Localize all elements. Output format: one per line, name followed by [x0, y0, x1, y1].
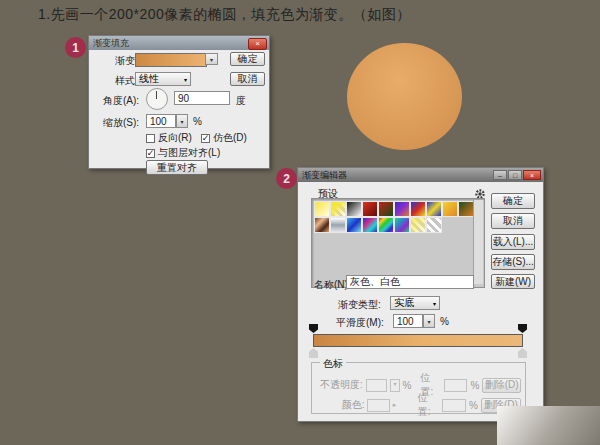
gear-icon[interactable]	[474, 186, 486, 198]
close-icon[interactable]: ×	[523, 170, 541, 180]
gradient-preset-transparent-checker[interactable]	[426, 217, 442, 233]
gradient-fill-titlebar[interactable]: 渐变填充 ×	[89, 36, 269, 50]
align-label: 与图层对齐(L)	[158, 146, 220, 160]
smoothness-dropdown-icon[interactable]: ▾	[423, 314, 435, 328]
style-value: 线性	[139, 72, 159, 86]
color-stop-right[interactable]	[518, 348, 527, 358]
reverse-checkbox-row[interactable]: 反向(R)	[146, 131, 192, 145]
opacity-input[interactable]	[366, 379, 388, 392]
smoothness-input[interactable]	[393, 314, 423, 328]
color-swatch[interactable]	[367, 399, 389, 412]
chevron-down-icon: ▾	[184, 76, 187, 83]
gradient-preset-blue-magenta-cyan[interactable]	[362, 217, 378, 233]
opacity-stop-right[interactable]	[518, 324, 527, 333]
angle-input[interactable]	[174, 91, 230, 105]
gradient-preset-red-to-green[interactable]	[378, 201, 394, 217]
angle-unit-label: 度	[236, 94, 246, 108]
color-stop-left[interactable]	[309, 348, 318, 358]
style-select[interactable]: 线性 ▾	[135, 72, 191, 86]
page-title: 1.先画一个200*200像素的椭圆，填充色为渐变。（如图）	[38, 6, 411, 24]
name-input[interactable]	[346, 275, 474, 289]
dither-label: 仿色(D)	[213, 131, 247, 145]
step-badge-1: 1	[65, 37, 86, 58]
stops-group: 色标 不透明度: ▾ % 位置: % 删除(D) 颜色: ▸ 位置: % 删除(…	[311, 362, 526, 414]
scale-dropdown-icon[interactable]: ▾	[176, 114, 188, 128]
scale-label: 缩放(S):	[103, 116, 139, 130]
gradient-preset-red-dark-red[interactable]	[362, 201, 378, 217]
gradient-fill-dialog: 渐变填充 × 渐变: ▾ 确定 取消 样式: 线性 ▾ 角度(A): 度 缩放(…	[88, 35, 270, 169]
gray-gradient-snippet	[497, 406, 600, 445]
dither-checkbox[interactable]: ✓	[201, 134, 210, 143]
reverse-checkbox[interactable]	[146, 134, 155, 143]
gradient-preset-yellow-orange[interactable]	[442, 201, 458, 217]
location-input[interactable]	[444, 379, 467, 392]
minimize-icon[interactable]: –	[493, 170, 507, 180]
tutorial-page: 1.先画一个200*200像素的椭圆，填充色为渐变。（如图） 1 2 渐变填充 …	[0, 0, 600, 445]
gradient-preset-violet-to-orange[interactable]	[394, 201, 410, 217]
load-button[interactable]: 载入(L)...	[491, 234, 535, 250]
step-badge-2: 2	[276, 168, 297, 189]
cancel-button[interactable]: 取消	[491, 213, 535, 229]
gradient-preset-green-blue-purple-stripes[interactable]	[394, 217, 410, 233]
location-input[interactable]	[442, 399, 466, 412]
location-unit-label: %	[470, 380, 479, 391]
align-checkbox-row[interactable]: ✓ 与图层对齐(L)	[146, 146, 220, 160]
dialog-title: 渐变编辑器	[302, 169, 347, 182]
gradient-preset-yellow-to-white[interactable]	[314, 201, 330, 217]
opacity-stop-left[interactable]	[309, 324, 318, 333]
gradient-preset-copper[interactable]	[314, 217, 330, 233]
gradient-type-select[interactable]: 实底 ▾	[390, 296, 440, 310]
smoothness-unit-label: %	[440, 316, 449, 327]
gradient-preset-blue-cyan[interactable]	[346, 217, 362, 233]
gradient-ellipse	[347, 43, 462, 150]
gradient-preset-blue-yellow-blue[interactable]	[426, 201, 442, 217]
gradient-type-label: 渐变类型:	[338, 298, 381, 312]
align-checkbox[interactable]: ✓	[146, 149, 155, 158]
gradient-preset-chrome-silver[interactable]	[330, 217, 346, 233]
gradient-preset-blue-red-yellow[interactable]	[410, 201, 426, 217]
smoothness-label: 平滑度(M):	[336, 316, 384, 330]
cancel-button[interactable]: 取消	[230, 72, 265, 86]
maximize-icon[interactable]: □	[508, 170, 522, 180]
gradient-preset-green-to-orange[interactable]	[458, 201, 474, 217]
scale-unit-label: %	[193, 116, 202, 127]
opacity-label: 不透明度:	[318, 378, 363, 392]
gradient-editor-dialog: 渐变编辑器 – □ × 预设 确定 取消 载入(L)... 存储(S)... 名…	[297, 167, 544, 422]
chevron-down-icon: ▾	[433, 300, 436, 307]
angle-needle	[156, 91, 157, 99]
new-button[interactable]: 新建(W)	[491, 274, 535, 289]
gradient-bar[interactable]	[313, 334, 523, 347]
angle-label: 角度(A):	[103, 94, 139, 108]
color-label: 颜色:	[318, 398, 364, 412]
stops-legend: 色标	[320, 357, 346, 371]
dither-checkbox-row[interactable]: ✓ 仿色(D)	[201, 131, 247, 145]
save-button[interactable]: 存储(S)...	[491, 254, 535, 270]
scale-input[interactable]	[146, 114, 176, 128]
gradient-preset-pale-yellow-transparent[interactable]	[410, 217, 426, 233]
reset-align-button[interactable]: 重置对齐	[146, 160, 208, 175]
dialog-title: 渐变填充	[93, 37, 129, 50]
gradient-preset-black-to-white[interactable]	[346, 201, 362, 217]
reverse-label: 反向(R)	[158, 131, 192, 145]
gradient-swatch[interactable]	[135, 53, 207, 67]
gradient-editor-titlebar[interactable]: 渐变编辑器 – □ ×	[298, 168, 543, 182]
opacity-unit-label: %	[403, 380, 412, 391]
location-label: 位置:	[418, 391, 439, 419]
ok-button[interactable]: 确定	[230, 52, 265, 66]
opacity-dropdown-icon[interactable]: ▾	[390, 379, 399, 392]
preset-grid	[314, 201, 474, 233]
location-unit-label: %	[469, 400, 478, 411]
gradient-dropdown-icon[interactable]: ▾	[205, 53, 218, 65]
gradient-preset-rainbow[interactable]	[378, 217, 394, 233]
angle-dial[interactable]	[146, 88, 168, 110]
ok-button[interactable]: 确定	[491, 193, 535, 209]
close-icon[interactable]: ×	[248, 38, 267, 50]
gradient-preset-yellow-to-transparent[interactable]	[330, 201, 346, 217]
color-picker-arrow-icon[interactable]: ▸	[393, 401, 397, 409]
gradient-type-value: 实底	[394, 296, 414, 310]
preset-scrollbar[interactable]	[473, 200, 483, 284]
